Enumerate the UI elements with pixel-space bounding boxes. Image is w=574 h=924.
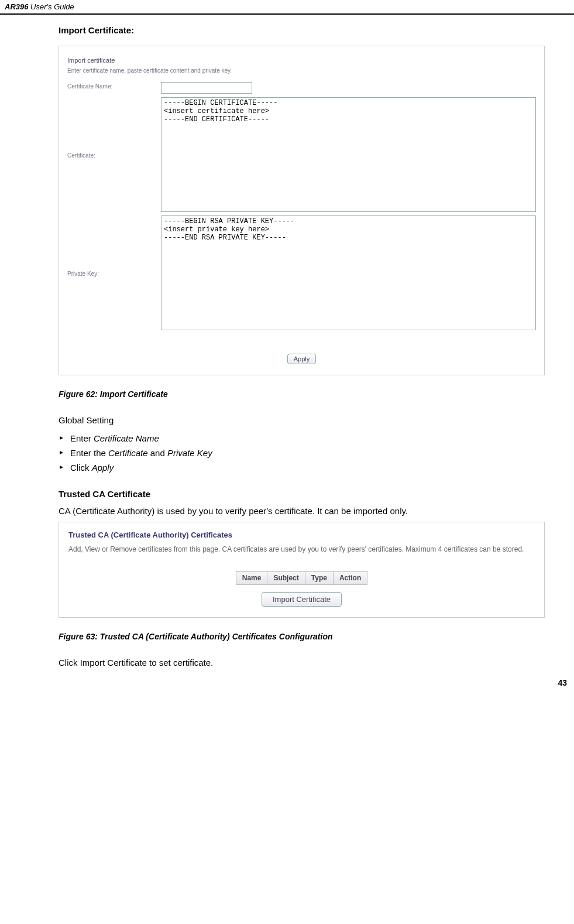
key-textarea[interactable] — [161, 215, 536, 330]
ca-intro: CA (Certificate Authority) is used by yo… — [59, 506, 545, 516]
col-action: Action — [333, 571, 367, 585]
bullet-2: Enter the Certificate and Private Key — [59, 446, 545, 460]
page-number: 43 — [0, 673, 574, 691]
figure-63-caption: Figure 63: Trusted CA (Certificate Autho… — [59, 632, 545, 641]
b2-a: Enter the — [70, 448, 108, 458]
header-title: AR396 User's Guide — [5, 2, 74, 11]
import-cert-heading: Import Certificate: — [59, 25, 545, 35]
ca-table-header-row: Name Subject Type Action — [236, 571, 367, 585]
label-cert-name: Certificate Name: — [67, 82, 161, 90]
guide-label: User's Guide — [30, 2, 74, 11]
b2-d: Private Key — [167, 448, 212, 458]
label-cert: Certificate: — [67, 151, 161, 159]
col-name: Name — [236, 571, 267, 585]
page-header: AR396 User's Guide — [0, 0, 574, 15]
ca-table: Name Subject Type Action — [236, 571, 368, 585]
trusted-ca-heading: Trusted CA Certificate — [59, 489, 545, 499]
row-key: Private Key: — [67, 215, 536, 330]
apply-button[interactable]: Apply — [287, 354, 317, 364]
b3-b: Apply — [92, 463, 114, 473]
bullet-3: Click Apply — [59, 460, 545, 475]
panel-subtitle: Enter certificate name, paste certificat… — [67, 67, 536, 74]
import-certificate-button[interactable]: Import Certificate — [262, 592, 342, 607]
row-cert: Certificate: — [67, 97, 536, 212]
col-subject: Subject — [267, 571, 305, 585]
bullet-1: Enter Certificate Name — [59, 431, 545, 446]
ca-outro: Click Import Certificate to set certific… — [59, 658, 545, 668]
figure-62-caption: Figure 62: Import Certificate — [59, 389, 545, 399]
col-type: Type — [305, 571, 333, 585]
cert-textarea[interactable] — [161, 97, 536, 212]
import-cert-panel: Import certificate Enter certificate nam… — [59, 46, 545, 375]
product-name: AR396 — [5, 2, 28, 11]
bullet-list: Enter Certificate Name Enter the Certifi… — [59, 431, 545, 475]
ca-panel-title: Trusted CA (Certificate Authority) Certi… — [68, 531, 535, 539]
global-setting-title: Global Setting — [59, 415, 545, 425]
cert-name-input[interactable] — [161, 82, 252, 94]
b1-b: Certificate Name — [94, 433, 159, 443]
b2-c: and — [148, 448, 167, 458]
b3-a: Click — [70, 463, 92, 473]
label-key: Private Key: — [67, 269, 161, 277]
panel-title: Import certificate — [67, 57, 536, 64]
page-content: Import Certificate: Import certificate E… — [0, 15, 574, 668]
ca-table-wrap: Name Subject Type Action Import Certific… — [68, 571, 535, 607]
b1-a: Enter — [70, 433, 94, 443]
b2-b: Certificate — [108, 448, 148, 458]
apply-row: Apply — [67, 354, 536, 364]
trusted-ca-panel: Trusted CA (Certificate Authority) Certi… — [59, 522, 545, 618]
ca-panel-desc: Add, View or Remove certificates from th… — [68, 545, 535, 553]
row-cert-name: Certificate Name: — [67, 82, 536, 94]
